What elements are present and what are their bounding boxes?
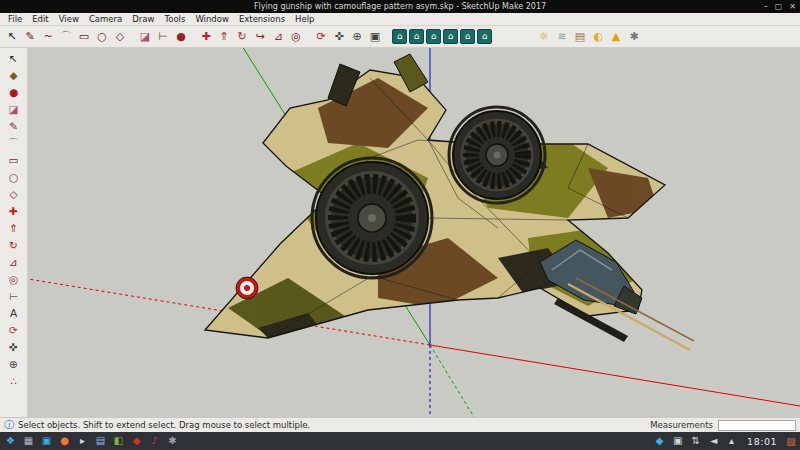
polygon-icon[interactable]: ◇ [4,186,24,203]
terminal-icon[interactable]: ▸ [75,434,90,449]
image-editor-icon[interactable]: ◧ [111,434,126,449]
web-browser-icon[interactable]: ● [57,434,72,449]
fog-icon[interactable]: ≋ [553,28,571,46]
panel-toggle-icon[interactable]: ▨ [785,434,797,449]
measurements-group: Measurements [650,420,796,431]
menu-help[interactable]: Help [290,13,319,25]
pan-icon[interactable]: ✜ [330,28,348,46]
axis-red-line [430,345,800,406]
warning-icon[interactable]: ▲ [607,28,625,46]
scale-icon[interactable]: ⊿ [269,28,287,46]
orbit-icon[interactable]: ⟳ [4,322,24,339]
arc-icon[interactable]: ⌒ [4,135,24,152]
maximize-button[interactable]: ▢ [775,2,783,11]
make-component-icon[interactable]: ◆ [4,67,24,84]
daylight-icon[interactable]: ◐ [589,28,607,46]
circle-icon[interactable]: ○ [4,169,24,186]
menu-tools[interactable]: Tools [159,13,190,25]
volume-icon[interactable]: ◄ [706,434,721,449]
select-icon[interactable]: ↖ [3,28,21,46]
rotate-icon[interactable]: ↻ [233,28,251,46]
clock[interactable]: 18:01 [742,436,782,447]
view-right-icon[interactable]: ⌂ [443,29,458,44]
arc-icon[interactable]: ⌒ [57,28,75,46]
select-icon[interactable]: ↖ [4,50,24,67]
view-back-icon[interactable]: ⌂ [460,29,475,44]
window-controls: – ▢ ✕ [764,0,796,13]
rotate-icon[interactable]: ↻ [4,237,24,254]
window-title: Flying gunship with camouflage pattern a… [254,2,546,11]
zoom-icon[interactable]: ⊕ [348,28,366,46]
file-manager-icon[interactable]: ▣ [39,434,54,449]
text-icon[interactable]: A [4,305,24,322]
shadows-icon[interactable]: ☼ [535,28,553,46]
zoom-icon[interactable]: ⊕ [4,356,24,373]
push-pull-icon[interactable]: ⇑ [4,220,24,237]
minimize-button[interactable]: – [764,2,768,11]
context-info-icon[interactable]: ⓘ [4,418,14,432]
close-button[interactable]: ✕ [789,2,796,11]
push-pull-icon[interactable]: ⇑ [215,28,233,46]
eraser-icon[interactable]: ◪ [136,28,154,46]
office-icon[interactable]: ◆ [129,434,144,449]
top-toolbar: ↖✎~⌒▭○◇◪⊢●✚⇑↻↪⊿◎⟳✜⊕▣⌂⌂⌂⌂⌂⌂☼≋▤◐▲✱ [0,26,800,48]
wing-roundel [236,277,258,299]
polygon-icon[interactable]: ◇ [111,28,129,46]
view-left-icon[interactable]: ⌂ [477,29,492,44]
menu-draw[interactable]: Draw [127,13,159,25]
text-editor-icon[interactable]: ▤ [93,434,108,449]
kde-connect-icon[interactable]: ◆ [652,434,667,449]
circle-icon[interactable]: ○ [93,28,111,46]
view-front-icon[interactable]: ⌂ [426,29,441,44]
viewport-canvas[interactable] [28,48,800,417]
menu-window[interactable]: Window [190,13,234,25]
system-settings-icon[interactable]: ✱ [165,434,180,449]
tray-icons: ◆▣⇅◄▴ [652,434,739,449]
toolbar-separator [129,28,136,46]
zoom-extents-icon[interactable]: ▣ [366,28,384,46]
toolbar-separator [305,28,312,46]
airframe-camo [178,48,698,368]
menu-view[interactable]: View [54,13,84,25]
offset-icon[interactable]: ◎ [4,271,24,288]
aircraft-model[interactable] [178,48,698,368]
measurements-box[interactable] [718,420,796,431]
line-icon[interactable]: ✎ [4,118,24,135]
view-iso-icon[interactable]: ⌂ [392,29,407,44]
clipboard-icon[interactable]: ▣ [670,434,685,449]
menu-edit[interactable]: Edit [27,13,53,25]
menu-extensions[interactable]: Extensions [234,13,290,25]
pan-icon[interactable]: ✜ [4,339,24,356]
desktop-pager-icon[interactable]: ▦ [21,434,36,449]
paint-bucket-icon[interactable]: ● [4,84,24,101]
system-tray: ◆▣⇅◄▴ 18:01 ▨ [652,434,797,449]
freehand-icon[interactable]: ~ [39,28,57,46]
viewport[interactable] [28,48,800,417]
walk-icon[interactable]: ∴ [4,373,24,390]
follow-me-icon[interactable]: ↪ [251,28,269,46]
network-icon[interactable]: ⇅ [688,434,703,449]
model-info-icon[interactable]: ✱ [625,28,643,46]
tape-measure-icon[interactable]: ⊢ [4,288,24,305]
menu-file[interactable]: File [3,13,27,25]
axis-green-dashed [430,345,474,417]
move-icon[interactable]: ✚ [197,28,215,46]
move-icon[interactable]: ✚ [4,203,24,220]
offset-icon[interactable]: ◎ [287,28,305,46]
view-top-icon[interactable]: ⌂ [409,29,424,44]
styles-icon[interactable]: ▤ [571,28,589,46]
orbit-icon[interactable]: ⟳ [312,28,330,46]
scale-icon[interactable]: ⊿ [4,254,24,271]
rectangle-icon[interactable]: ▭ [75,28,93,46]
media-player-icon[interactable]: ♪ [147,434,162,449]
toolbar-separator [384,28,391,46]
line-icon[interactable]: ✎ [21,28,39,46]
app-launcher-icon[interactable]: ❖ [3,434,18,449]
menu-camera[interactable]: Camera [84,13,127,25]
window-titlebar: Flying gunship with camouflage pattern a… [0,0,800,13]
paint-bucket-icon[interactable]: ● [172,28,190,46]
tape-measure-icon[interactable]: ⊢ [154,28,172,46]
notifications-icon[interactable]: ▴ [724,434,739,449]
rectangle-icon[interactable]: ▭ [4,152,24,169]
eraser-icon[interactable]: ◪ [4,101,24,118]
